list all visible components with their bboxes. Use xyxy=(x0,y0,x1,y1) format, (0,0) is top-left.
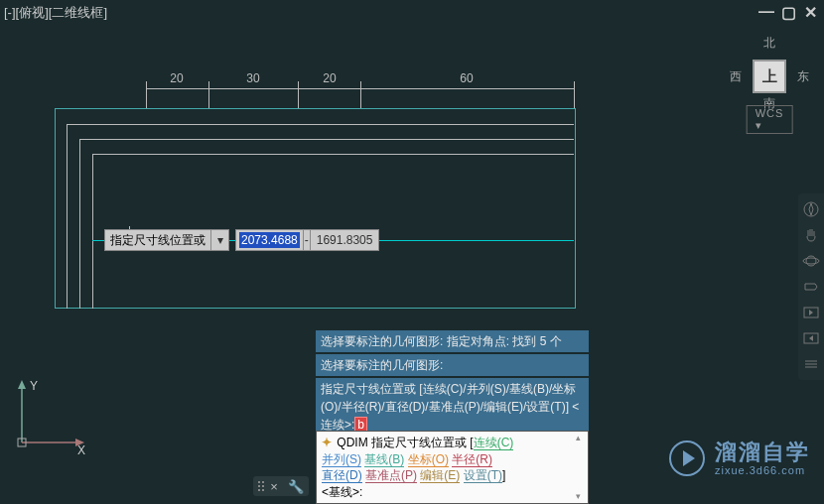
command-default: <基线>: xyxy=(322,485,362,499)
option-continuous[interactable]: 连续(C) xyxy=(474,436,514,450)
dimension-value: 60 xyxy=(460,71,473,85)
svg-marker-8 xyxy=(18,380,26,389)
dimension-value: 30 xyxy=(246,71,259,85)
commandline-handle[interactable]: × 🔧 xyxy=(253,476,309,496)
option-staggered[interactable]: 并列(S) xyxy=(322,452,361,467)
commandline-scrollbar[interactable]: ▴▾ xyxy=(576,434,586,501)
dynamic-input-y[interactable]: 1691.8305 xyxy=(311,229,380,251)
history-line: 选择要标注的几何图形: 指定对角点: 找到 5 个 xyxy=(316,330,589,352)
option-settings[interactable]: 设置(T) xyxy=(464,468,502,483)
commandline-close-icon[interactable]: × xyxy=(270,479,278,494)
option-edit[interactable]: 编辑(E) xyxy=(420,468,460,483)
watermark: 溜溜自学 zixue.3d66.com xyxy=(669,441,810,476)
dynamic-input-x[interactable]: 2073.4688 xyxy=(235,229,304,251)
dimension-value: 20 xyxy=(323,71,336,85)
watermark-title: 溜溜自学 xyxy=(715,441,810,464)
dynamic-input: 指定尺寸线位置或 ▾ 2073.4688 - 1691.8305 xyxy=(104,229,379,251)
dimension-value: 20 xyxy=(170,71,183,85)
option-diameter[interactable]: 直径(D) xyxy=(322,468,362,483)
ucs-icon[interactable]: Y X xyxy=(10,375,89,454)
lightning-icon: ✦ xyxy=(322,436,332,449)
ucs-x-label: X xyxy=(77,443,85,457)
option-ordinate[interactable]: 坐标(O) xyxy=(408,452,449,467)
history-line: 指定尺寸线位置或 [连续(C)/并列(S)/基线(B)/坐标(O)/半径(R)/… xyxy=(316,378,589,436)
command-history: 选择要标注的几何图形: 指定对角点: 找到 5 个 选择要标注的几何图形: 指定… xyxy=(316,330,589,438)
command-name: QDIM xyxy=(337,436,367,449)
drag-grip-icon[interactable] xyxy=(258,481,260,491)
watermark-url: zixue.3d66.com xyxy=(715,464,810,476)
option-radius[interactable]: 半径(R) xyxy=(452,452,492,467)
option-datum[interactable]: 基准点(P) xyxy=(365,468,417,483)
dynamic-input-sep: - xyxy=(304,229,311,251)
ucs-y-label: Y xyxy=(30,379,38,393)
dynamic-input-menu-icon[interactable]: ▾ xyxy=(211,229,229,251)
commandline-config-icon[interactable]: 🔧 xyxy=(288,479,304,494)
history-line: 选择要标注的几何图形: xyxy=(316,354,589,376)
option-baseline[interactable]: 基线(B) xyxy=(364,452,404,467)
play-icon xyxy=(669,441,705,476)
dynamic-input-prompt: 指定尺寸线位置或 xyxy=(104,229,211,251)
command-line[interactable]: ✦ QDIM 指定尺寸线位置或 [连续(C) 并列(S) 基线(B) 坐标(O)… xyxy=(316,431,589,504)
